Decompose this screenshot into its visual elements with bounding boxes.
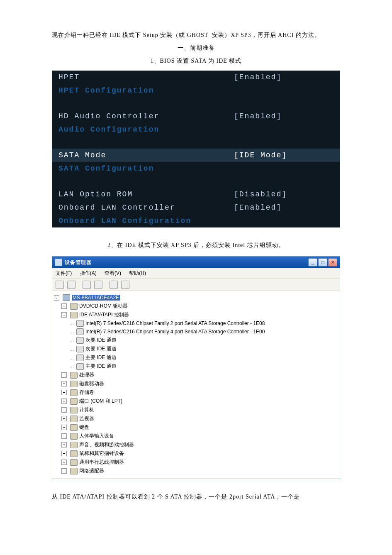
device-icon [70,468,78,474]
device-icon [70,416,78,422]
tree-node[interactable]: +鼠标和其它指针设备 [54,449,338,458]
expander-icon[interactable]: + [61,303,67,309]
expander-icon[interactable]: + [61,460,67,465]
device-icon [76,328,84,335]
tree-node[interactable]: …Intel(R) 7 Series/C216 Chipset Family 4… [54,328,338,336]
tree-node[interactable]: …次要 IDE 通道 [54,336,338,345]
tree-node-label: 人体学输入设备 [79,433,114,440]
bios-row: HPET Configuration [52,84,340,97]
expander-icon[interactable]: + [61,442,67,447]
minimize-button[interactable]: _ [308,258,317,266]
menu-view[interactable]: 查看(V) [105,270,121,276]
bios-row: SATA Configuration [52,162,340,175]
tree-node[interactable]: …次要 IDE 通道 [54,345,338,353]
maximize-button[interactable]: □ [318,258,327,266]
expander-icon[interactable]: + [61,451,67,456]
device-icon [76,346,84,352]
device-icon [70,459,78,466]
tree-node[interactable]: +键盘 [54,423,338,432]
tree-node[interactable]: +DVD/CD-ROM 驱动器 [54,302,338,311]
device-icon [76,363,84,370]
expander-icon[interactable]: - [61,312,67,318]
tree-node-label: DVD/CD-ROM 驱动器 [79,303,128,310]
expander-icon[interactable]: + [61,416,67,421]
tree-node[interactable]: +人体学输入设备 [54,432,338,440]
tree-node-label: Intel(R) 7 Series/C216 Chipset Family 2 … [85,320,265,326]
back-icon[interactable] [56,281,64,289]
tree-node[interactable]: +声音、视频和游戏控制器 [54,440,338,449]
bios-row: SATA Mode[IDE Mode] [52,149,340,162]
tree-node[interactable]: +端口 (COM 和 LPT) [54,397,338,406]
tree-node[interactable]: +处理器 [54,371,338,379]
tree-node-label: 次要 IDE 通道 [85,337,117,344]
view-icon[interactable] [121,281,129,289]
intro-paragraph: 现在介绍一种已经在 IDE 模式下 Setup 安装（或 GHOST 安装）XP… [52,29,340,42]
bios-label: HPET [58,73,234,81]
bios-row: LAN Option ROM[Disabled] [52,188,340,201]
bios-value [234,164,334,173]
expander-icon[interactable]: + [61,407,67,413]
section-heading-1: 一、前期准备 [52,42,340,55]
tree-node-label: 鼠标和其它指针设备 [79,450,124,457]
tree-node-label: 存储卷 [79,389,94,396]
tree-node-label: 主要 IDE 通道 [85,363,117,370]
device-icon [70,442,78,448]
tree-node[interactable]: +存储卷 [54,388,338,397]
tree-node-label: 磁盘驱动器 [79,380,104,387]
bios-value: [Enabled] [234,112,334,120]
device-tree[interactable]: -MS-8BA11ADE4A2E+DVD/CD-ROM 驱动器-IDE ATA/… [52,291,340,479]
expander-icon[interactable]: + [61,399,67,404]
expander-icon[interactable]: + [61,390,67,395]
close-button[interactable]: × [328,258,337,266]
tree-node[interactable]: …主要 IDE 通道 [54,353,338,362]
device-icon [63,294,70,301]
titlebar: 设备管理器 _ □ × [52,257,340,268]
closing-paragraph: 从 IDE ATA/ATAPI 控制器可以看到 2 个 S ATA 控制器，一个… [52,491,340,504]
bios-row: HD Audio Controller[Enabled] [52,110,340,123]
bios-label: LAN Option ROM [58,190,234,198]
bios-value [234,125,334,134]
expander-icon[interactable]: + [61,372,67,378]
menu-file[interactable]: 文件(F) [56,270,72,276]
bios-row: Onboard LAN Controller[Enabled] [52,201,340,214]
expander-icon[interactable]: + [61,433,67,439]
tree-node[interactable]: +网络适配器 [54,467,338,475]
device-manager-window: 设备管理器 _ □ × 文件(F) 操作(A) 查看(V) 帮助(H) [52,256,340,479]
bios-value: [Enabled] [234,203,334,212]
device-icon [70,424,78,431]
bios-value: [Enabled] [234,73,334,81]
tree-node[interactable]: +监视器 [54,414,338,423]
bios-row: Audio Configuration [52,123,340,136]
tree-node-label: 网络适配器 [79,467,104,474]
forward-icon[interactable] [67,281,75,289]
expander-icon[interactable]: + [61,468,67,474]
properties-icon[interactable] [83,281,91,289]
tree-node[interactable]: …主要 IDE 通道 [54,362,338,371]
device-icon [70,303,78,310]
menu-action[interactable]: 操作(A) [80,270,97,276]
scan-icon[interactable] [110,281,118,289]
tree-node[interactable]: …Intel(R) 7 Series/C216 Chipset Family 2… [54,319,338,328]
expander-icon[interactable]: - [54,295,59,301]
tree-node[interactable]: +通用串行总线控制器 [54,458,338,467]
expander-icon[interactable]: + [61,425,67,430]
tree-node-label: 声音、视频和游戏控制器 [79,441,134,448]
bios-screenshot: Onboard LAN ConfigurationOnboard LAN Con… [52,71,340,227]
tree-node[interactable]: +计算机 [54,406,338,414]
menu-help[interactable]: 帮助(H) [129,270,146,276]
bios-label: Onboard LAN Controller [58,203,234,212]
window-title: 设备管理器 [65,259,308,266]
bios-row: HPET[Enabled] [52,71,340,84]
step-1-text: 1、BIOS 设置 SATA 为 IDE 模式 [52,55,340,68]
tree-node-label: 次要 IDE 通道 [85,345,117,352]
expander-icon[interactable]: + [61,381,67,386]
bios-label: Audio Configuration [58,125,234,134]
device-icon [76,320,84,327]
tree-node-label: 处理器 [79,372,94,379]
tree-node-label: 通用串行总线控制器 [79,459,124,466]
tree-node[interactable]: -MS-8BA11ADE4A2E [54,293,338,302]
bios-label: Onboard LAN Configuration [58,217,234,225]
tree-node[interactable]: +磁盘驱动器 [54,379,338,388]
refresh-icon[interactable] [94,281,102,289]
tree-node[interactable]: -IDE ATA/ATAPI 控制器 [54,311,338,319]
